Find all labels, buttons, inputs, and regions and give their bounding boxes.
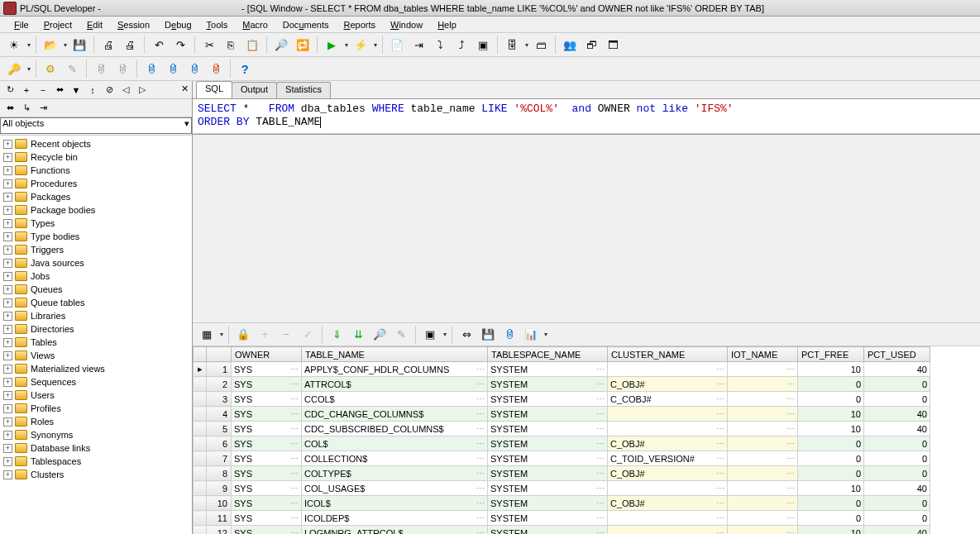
- cell-iot[interactable]: ⋯: [728, 377, 798, 392]
- menu-edit[interactable]: Edit: [79, 18, 110, 31]
- cell-editor-icon[interactable]: ⋯: [716, 454, 724, 463]
- execute-icon[interactable]: ▶: [322, 35, 342, 55]
- tree-item[interactable]: +Procedures: [0, 177, 192, 190]
- cell-editor-icon[interactable]: ⋯: [786, 439, 795, 448]
- explain-plan-icon[interactable]: 📄: [387, 35, 407, 55]
- cell-tablespace[interactable]: SYSTEM⋯: [488, 511, 608, 526]
- sql-editor[interactable]: SELECT * FROM dba_tables WHERE table_nam…: [193, 99, 980, 134]
- copy-icon[interactable]: ⎘: [221, 35, 241, 55]
- tab-statistics[interactable]: Statistics: [276, 82, 331, 98]
- collapse-icon[interactable]: ⬌: [52, 83, 67, 98]
- expand-icon[interactable]: +: [3, 259, 12, 268]
- linked-query-icon[interactable]: ⇔: [457, 325, 476, 345]
- menu-macro[interactable]: Macro: [235, 18, 275, 31]
- cell-editor-icon[interactable]: ⋯: [716, 439, 724, 448]
- tree-nav-icon[interactable]: ↳: [19, 101, 34, 116]
- close-icon[interactable]: ✕: [181, 83, 189, 94]
- expand-icon[interactable]: +: [3, 246, 12, 255]
- cell-editor-icon[interactable]: ⋯: [290, 513, 299, 522]
- cell-editor-icon[interactable]: ⋯: [476, 469, 485, 478]
- expand-icon[interactable]: +: [3, 404, 12, 413]
- cell-owner[interactable]: SYS⋯: [232, 407, 302, 422]
- edit-icon[interactable]: ✎: [391, 325, 411, 345]
- cell-editor-icon[interactable]: ⋯: [476, 484, 485, 493]
- db-green-icon[interactable]: 🛢: [184, 59, 204, 79]
- print-icon[interactable]: 🖨: [98, 35, 118, 55]
- add-icon[interactable]: +: [19, 83, 34, 98]
- cell-cluster[interactable]: ⋯: [608, 407, 728, 422]
- cut-icon[interactable]: ✂: [199, 35, 219, 55]
- cell-pct-free[interactable]: 0: [798, 511, 864, 526]
- tree-item[interactable]: +Type bodies: [0, 230, 192, 243]
- menu-file[interactable]: File: [7, 18, 36, 31]
- cell-editor-icon[interactable]: ⋯: [716, 379, 724, 389]
- menu-project[interactable]: Project: [36, 18, 79, 31]
- cell-editor-icon[interactable]: ⋯: [290, 424, 299, 433]
- cell-tablespace[interactable]: SYSTEM⋯: [488, 407, 608, 422]
- cell-editor-icon[interactable]: ⋯: [476, 424, 485, 433]
- cell-owner[interactable]: SYS⋯: [232, 496, 302, 511]
- cell-iot[interactable]: ⋯: [728, 526, 798, 535]
- new-icon[interactable]: ☀: [4, 35, 24, 55]
- cell-editor-icon[interactable]: ⋯: [716, 484, 724, 493]
- dropdown-arrow-icon[interactable]: ▾: [441, 331, 448, 338]
- db-sql-icon[interactable]: 🛢: [163, 59, 183, 79]
- expand-icon[interactable]: +: [3, 365, 12, 374]
- tree-nav-icon[interactable]: ⬌: [2, 101, 17, 116]
- menu-debug[interactable]: Debug: [157, 18, 198, 31]
- db-icon[interactable]: 🛢: [91, 59, 111, 79]
- expand-icon[interactable]: +: [3, 193, 12, 202]
- cell-editor-icon[interactable]: ⋯: [476, 394, 485, 403]
- cell-editor-icon[interactable]: ⋯: [716, 394, 724, 403]
- cell-iot[interactable]: ⋯: [728, 451, 798, 466]
- expand-icon[interactable]: +: [3, 272, 12, 281]
- cell-table-name[interactable]: ATTRCOL$⋯: [302, 377, 488, 392]
- cascade-icon[interactable]: 🗖: [603, 35, 623, 55]
- cell-editor-icon[interactable]: ⋯: [786, 513, 795, 522]
- cell-editor-icon[interactable]: ⋯: [596, 498, 605, 508]
- menu-session[interactable]: Session: [110, 18, 157, 31]
- column-header[interactable]: PCT_USED: [864, 347, 930, 362]
- tree-item[interactable]: +Triggers: [0, 243, 192, 256]
- menu-tools[interactable]: Tools: [199, 18, 236, 31]
- cell-table-name[interactable]: LOGMNRG_ATTRCOL$⋯: [302, 526, 488, 535]
- cell-editor-icon[interactable]: ⋯: [786, 394, 795, 403]
- cell-editor-icon[interactable]: ⋯: [290, 498, 299, 508]
- prev-icon[interactable]: ◁: [118, 83, 133, 98]
- tree-item[interactable]: +Clusters: [0, 468, 192, 481]
- cell-iot[interactable]: ⋯: [728, 511, 798, 526]
- cell-editor-icon[interactable]: ⋯: [716, 409, 724, 418]
- tree-item[interactable]: +Libraries: [0, 309, 192, 322]
- cell-cluster[interactable]: C_OBJ#⋯: [608, 377, 728, 392]
- cell-tablespace[interactable]: SYSTEM⋯: [488, 466, 608, 481]
- save-icon[interactable]: 💾: [69, 35, 89, 55]
- expand-icon[interactable]: +: [3, 457, 12, 466]
- cell-tablespace[interactable]: SYSTEM⋯: [488, 436, 608, 451]
- tree-item[interactable]: +Recent objects: [0, 137, 192, 150]
- filter-icon[interactable]: ▼: [69, 83, 84, 98]
- cell-pct-used[interactable]: 0: [864, 466, 930, 481]
- cell-table-name[interactable]: COLTYPE$⋯: [302, 466, 488, 481]
- tree-item[interactable]: +Recycle bin: [0, 150, 192, 164]
- cell-editor-icon[interactable]: ⋯: [786, 379, 795, 389]
- column-header[interactable]: PCT_FREE: [798, 347, 864, 362]
- commit-icon[interactable]: 🗄: [502, 35, 522, 55]
- object-tree[interactable]: +Recent objects+Recycle bin+Functions+Pr…: [0, 136, 192, 534]
- table-row[interactable]: 9SYS⋯COL_USAGE$⋯SYSTEM⋯⋯⋯1040: [194, 481, 930, 496]
- cell-editor-icon[interactable]: ⋯: [290, 379, 299, 389]
- cell-iot[interactable]: ⋯: [728, 422, 798, 436]
- cell-pct-free[interactable]: 10: [798, 407, 864, 422]
- expand-icon[interactable]: +: [3, 232, 12, 241]
- cell-tablespace[interactable]: SYSTEM⋯: [488, 377, 608, 392]
- dropdown-arrow-icon[interactable]: ▾: [25, 65, 32, 73]
- chart-icon[interactable]: 📊: [521, 325, 541, 345]
- refresh-icon[interactable]: ↻: [2, 83, 17, 98]
- dropdown-arrow-icon[interactable]: ▾: [218, 331, 225, 338]
- window-list-icon[interactable]: 🗗: [581, 35, 601, 55]
- cell-pct-used[interactable]: 0: [864, 392, 930, 407]
- beautify-icon[interactable]: ✎: [62, 59, 82, 79]
- expand-icon[interactable]: +: [3, 338, 12, 347]
- cell-owner[interactable]: SYS⋯: [232, 392, 302, 407]
- lock-icon[interactable]: 🔒: [233, 325, 253, 345]
- cell-cluster[interactable]: ⋯: [608, 526, 728, 535]
